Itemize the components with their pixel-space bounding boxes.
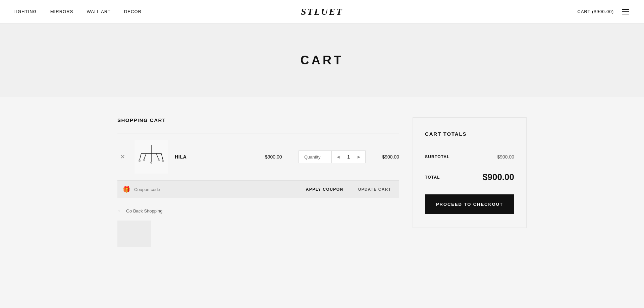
quantity-value: 1 <box>344 151 353 163</box>
subtotal-value: $900.00 <box>497 154 514 160</box>
remove-item-button[interactable]: ✕ <box>117 152 128 162</box>
quantity-decrease-button[interactable]: ◄ <box>332 151 344 163</box>
main-content: SHOPPING CART ✕ <box>104 97 540 267</box>
quantity-increase-button[interactable]: ► <box>353 151 365 163</box>
svg-point-9 <box>143 160 145 161</box>
svg-point-8 <box>162 160 164 162</box>
shopping-cart-title: SHOPPING CART <box>117 117 399 123</box>
cart-totals-title: CART TOTALS <box>425 131 514 137</box>
nav-decor[interactable]: DECOR <box>124 9 142 14</box>
site-logo[interactable]: STLUET <box>301 6 343 17</box>
coupon-input[interactable] <box>134 187 188 192</box>
subtotal-row: SUBTOTAL $900.00 <box>425 149 514 165</box>
hamburger-menu[interactable] <box>621 8 631 16</box>
quantity-control: Quantity ◄ 1 ► <box>299 150 366 163</box>
total-label: TOTAL <box>425 175 440 180</box>
coupon-left: 🎁 <box>117 181 299 198</box>
svg-line-3 <box>161 153 163 160</box>
back-arrow-icon: ← <box>117 208 123 214</box>
svg-line-2 <box>140 153 141 160</box>
svg-line-4 <box>144 153 146 160</box>
site-header: LIGHTING MIRRORS WALL ART DECOR STLUET C… <box>0 0 644 23</box>
gift-icon: 🎁 <box>123 186 130 193</box>
nav-wall-art[interactable]: WALL ART <box>87 9 110 14</box>
cart-amount: ($900.00) <box>592 9 614 14</box>
product-image-svg <box>138 143 165 170</box>
nav-mirrors[interactable]: MIRRORS <box>50 9 73 14</box>
total-row: TOTAL $900.00 <box>425 165 514 189</box>
product-image-2-partial <box>117 221 151 247</box>
quantity-label: Quantity <box>299 151 332 163</box>
svg-point-10 <box>158 160 160 161</box>
back-shopping-link[interactable]: ← Go Back Shopping <box>117 208 399 214</box>
coupon-row: 🎁 APPLY COUPON UPDATE CART <box>117 181 399 198</box>
header-right: CART ($900.00) <box>577 8 631 16</box>
cart-section: SHOPPING CART ✕ <box>117 117 399 247</box>
total-value: $900.00 <box>483 172 514 182</box>
checkout-button[interactable]: PROCEED TO CHECKOUT <box>425 194 514 214</box>
main-nav: LIGHTING MIRRORS WALL ART DECOR <box>13 9 142 14</box>
product-price: $900.00 <box>265 154 292 160</box>
apply-coupon-button[interactable]: APPLY COUPON <box>299 182 350 196</box>
subtotal-label: SUBTOTAL <box>425 155 450 159</box>
svg-line-5 <box>156 153 159 160</box>
product-image <box>135 140 168 174</box>
cart-item-row: ✕ <box>117 133 399 181</box>
product-name: HILA <box>175 154 258 160</box>
cart-link[interactable]: CART ($900.00) <box>577 9 614 14</box>
back-shopping-label: Go Back Shopping <box>126 208 162 213</box>
line-total: $900.00 <box>372 154 399 160</box>
update-cart-button[interactable]: UPDATE CART <box>350 182 399 196</box>
page-title: CART <box>301 53 344 67</box>
svg-point-11 <box>151 162 152 164</box>
svg-point-7 <box>139 160 141 162</box>
cart-totals-panel: CART TOTALS SUBTOTAL $900.00 TOTAL $900.… <box>413 117 527 228</box>
hero-banner: CART <box>0 23 644 97</box>
nav-lighting[interactable]: LIGHTING <box>13 9 37 14</box>
